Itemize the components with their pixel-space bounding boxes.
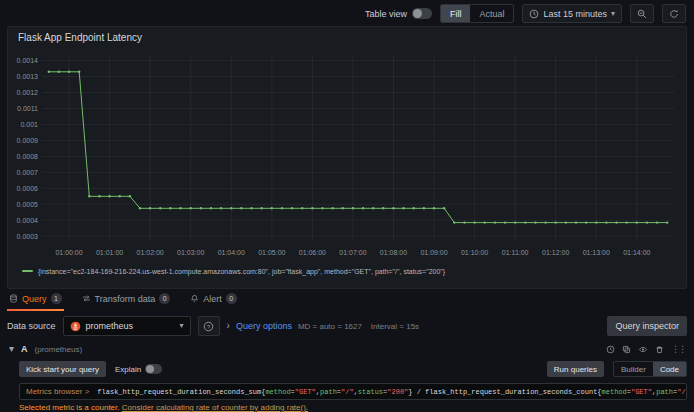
legend-series-swatch [22, 270, 33, 272]
tab-query[interactable]: Query 1 [7, 290, 64, 311]
chevron-down-icon: ▾ [180, 322, 184, 330]
time-range-picker[interactable]: Last 15 minutes ▾ [522, 4, 622, 23]
drag-handle[interactable]: ⋮⋮ [671, 344, 685, 354]
legend-series-label[interactable]: {instance="ec2-184-169-216-224.us-west-1… [38, 268, 445, 275]
tab-query-count: 1 [51, 293, 62, 304]
chevron-right-icon: › [227, 321, 230, 331]
svg-text:01:01:00: 01:01:00 [96, 249, 123, 256]
kick-start-query-button[interactable]: Kick start your query [19, 361, 106, 377]
tab-transform-label: Transform data [95, 294, 156, 304]
run-queries-button[interactable]: Run queries [547, 361, 604, 377]
query-options-summary: MD = auto = 1627 Interval = 15s [298, 322, 419, 331]
datasource-label: Data source [7, 321, 56, 331]
svg-text:01:00:00: 01:00:00 [55, 249, 82, 256]
svg-text:?: ? [207, 323, 210, 329]
trash-icon[interactable] [655, 345, 664, 354]
panel-title: Flask App Endpoint Latency [8, 27, 686, 45]
svg-text:01:12:00: 01:12:00 [542, 249, 569, 256]
svg-text:0.0011: 0.0011 [17, 105, 38, 112]
svg-text:0.0009: 0.0009 [17, 137, 39, 144]
history-icon[interactable] [606, 345, 615, 354]
svg-text:01:11:00: 01:11:00 [502, 249, 529, 256]
explain-label: Explain [115, 365, 141, 374]
query-toolbar: Kick start your query Explain Run querie… [7, 358, 687, 380]
svg-text:01:14:00: 01:14:00 [623, 249, 650, 256]
panel: Flask App Endpoint Latency 0.00140.00130… [7, 26, 687, 289]
svg-text:01:08:00: 01:08:00 [380, 249, 407, 256]
datasource-select[interactable]: prometheus ▾ [63, 316, 191, 336]
svg-text:01:05:00: 01:05:00 [258, 249, 285, 256]
svg-text:0.0008: 0.0008 [17, 153, 39, 160]
table-view-toggle[interactable] [412, 8, 432, 19]
duplicate-icon[interactable] [622, 345, 631, 354]
pane-size-group: Fill Actual [440, 4, 515, 23]
svg-text:01:02:00: 01:02:00 [137, 249, 164, 256]
counter-warning: Selected metric is a counter. Consider c… [19, 403, 687, 412]
svg-text:0.0012: 0.0012 [17, 89, 39, 96]
query-datasource-hint: (prometheus) [35, 345, 83, 354]
toggle-knob [146, 365, 154, 373]
table-view-control: Table view [365, 8, 432, 19]
eye-icon[interactable] [638, 345, 648, 354]
datasource-help-button[interactable]: ? [198, 316, 220, 336]
query-inspector-button[interactable]: Query inspector [607, 316, 687, 336]
builder-code-group: Builder Code [613, 361, 687, 377]
explain-toggle[interactable] [145, 364, 162, 374]
refresh-button[interactable] [662, 4, 686, 23]
warning-text: Selected metric is a counter. [19, 403, 120, 412]
metrics-browser-toggle[interactable]: Metrics browser > [26, 387, 89, 396]
collapse-chevron-icon[interactable]: ▾ [9, 344, 14, 354]
bell-icon [190, 294, 199, 303]
query-options[interactable]: › Query options MD = auto = 1627 Interva… [227, 321, 420, 331]
datasource-value: prometheus [86, 321, 134, 331]
prometheus-icon [70, 321, 81, 332]
svg-text:01:10:00: 01:10:00 [461, 249, 488, 256]
query-row-header[interactable]: ▾ A (prometheus) ⋮⋮ [7, 342, 687, 356]
chart-legend: {instance="ec2-184-169-216-224.us-west-1… [8, 265, 686, 277]
svg-text:01:04:00: 01:04:00 [218, 249, 245, 256]
query-code[interactable]: flask_http_request_duration_seconds_sum{… [97, 388, 687, 396]
svg-text:01:13:00: 01:13:00 [583, 249, 610, 256]
fill-button[interactable]: Fill [441, 5, 471, 22]
builder-button[interactable]: Builder [614, 362, 653, 376]
toggle-knob [413, 9, 422, 18]
svg-text:0.0013: 0.0013 [17, 73, 39, 80]
svg-text:0.0014: 0.0014 [17, 57, 39, 64]
table-view-label: Table view [365, 9, 407, 19]
svg-text:01:07:00: 01:07:00 [339, 249, 366, 256]
svg-text:01:06:00: 01:06:00 [299, 249, 326, 256]
tab-transform-data[interactable]: Transform data 0 [80, 290, 173, 311]
transform-icon [82, 294, 91, 303]
code-button[interactable]: Code [653, 362, 686, 376]
datasource-row: Data source prometheus ▾ ? › Query optio… [7, 313, 687, 339]
svg-text:0.0007: 0.0007 [17, 169, 39, 176]
svg-text:0.0005: 0.0005 [17, 201, 39, 208]
tab-alert[interactable]: Alert 0 [188, 290, 239, 311]
zoom-out-time-button[interactable] [630, 4, 654, 23]
tab-alert-count: 0 [226, 293, 237, 304]
svg-text:0.0003: 0.0003 [17, 233, 39, 240]
question-circle-icon: ? [203, 321, 214, 332]
svg-text:0.001: 0.001 [20, 121, 38, 128]
editor-topbar: Table view Fill Actual Last 15 minutes ▾ [0, 0, 694, 26]
query-ref-id: A [21, 344, 28, 354]
svg-text:01:09:00: 01:09:00 [420, 249, 447, 256]
svg-text:0.0006: 0.0006 [17, 185, 39, 192]
query-editor: ▾ A (prometheus) ⋮⋮ Kick start your quer… [7, 342, 687, 412]
magnifier-minus-icon [637, 9, 647, 19]
tab-transform-count: 0 [159, 293, 170, 304]
svg-text:0.0004: 0.0004 [17, 217, 39, 224]
tab-query-label: Query [22, 294, 47, 304]
query-code-field[interactable]: Metrics browser > flask_http_request_dur… [19, 383, 687, 400]
warning-rate-link[interactable]: Consider calculating rate of counter by … [122, 403, 308, 412]
actual-button[interactable]: Actual [470, 5, 513, 22]
query-row-actions: ⋮⋮ [606, 344, 685, 354]
database-icon [9, 294, 18, 303]
refresh-icon [669, 9, 679, 19]
svg-text:01:03:00: 01:03:00 [177, 249, 204, 256]
time-range-label: Last 15 minutes [543, 9, 607, 19]
query-options-label[interactable]: Query options [236, 321, 292, 331]
explain-control: Explain [115, 364, 162, 374]
clock-icon [529, 9, 539, 19]
latency-chart[interactable]: 0.00140.00130.00120.00110.0010.00090.000… [8, 45, 684, 265]
